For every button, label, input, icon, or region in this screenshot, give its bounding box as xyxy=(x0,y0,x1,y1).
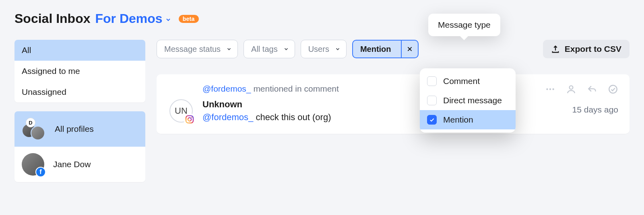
svg-rect-3 xyxy=(186,116,193,123)
check-icon xyxy=(429,117,435,123)
instagram-icon xyxy=(184,114,195,125)
filter-label: Mention xyxy=(360,45,391,54)
chevron-down-icon xyxy=(226,46,232,52)
svg-point-7 xyxy=(549,88,551,90)
sidebar-item-assigned[interactable]: Assigned to me xyxy=(14,61,145,82)
mention-link[interactable]: @fordemos_ xyxy=(202,84,251,93)
dropdown-option-mention[interactable]: Mention xyxy=(420,110,516,129)
svg-point-9 xyxy=(570,86,573,89)
reply-icon[interactable] xyxy=(587,84,597,94)
upload-icon xyxy=(551,45,560,53)
header: Social Inbox For Demos beta xyxy=(0,0,644,30)
option-label: Direct message xyxy=(443,96,502,105)
checkbox[interactable] xyxy=(427,76,437,86)
close-icon xyxy=(407,46,413,52)
option-label: Comment xyxy=(443,76,480,86)
message-body-rest: check this out (org) xyxy=(253,112,331,122)
message-avatar: UN xyxy=(169,99,193,123)
chevron-down-icon xyxy=(165,16,171,23)
message-card[interactable]: UN xyxy=(157,74,630,134)
message-type-tooltip: Message type xyxy=(428,14,500,36)
assign-user-icon[interactable] xyxy=(566,84,576,94)
avatar-badge-letter: D xyxy=(26,118,35,127)
filter-users[interactable]: Users xyxy=(301,40,347,58)
chevron-down-icon xyxy=(335,46,341,52)
page-title: Social Inbox xyxy=(14,11,90,26)
avatar-stack: D xyxy=(22,118,46,140)
svg-point-6 xyxy=(546,88,548,90)
profile-label: All profiles xyxy=(55,124,94,134)
workspace-name: For Demos xyxy=(95,11,162,26)
checkbox[interactable] xyxy=(427,96,437,105)
avatar: f xyxy=(22,153,44,176)
message-actions xyxy=(545,84,618,94)
svg-point-5 xyxy=(191,117,192,118)
mention-link[interactable]: @fordemos_ xyxy=(202,112,253,122)
profile-item-all[interactable]: D All profiles xyxy=(14,111,145,147)
dropdown-option-comment[interactable]: Comment xyxy=(420,72,516,91)
export-csv-button[interactable]: Export to CSV xyxy=(543,40,630,58)
mark-done-icon[interactable] xyxy=(608,84,618,94)
sidebar-profiles-panel: D All profiles f Jane Dow xyxy=(14,111,145,182)
sidebar: All Assigned to me Unassigned D All prof… xyxy=(14,40,145,191)
main: All Assigned to me Unassigned D All prof… xyxy=(0,30,644,191)
dropdown-option-direct-message[interactable]: Direct message xyxy=(420,91,516,110)
profile-label: Jane Dow xyxy=(53,160,91,169)
sidebar-item-all[interactable]: All xyxy=(14,40,145,61)
chevron-down-icon xyxy=(283,46,289,52)
checkbox-checked[interactable] xyxy=(427,115,437,125)
beta-badge: beta xyxy=(179,15,199,23)
filter-label: All tags xyxy=(251,45,278,54)
filter-tags[interactable]: All tags xyxy=(244,40,295,58)
filter-bar: Message status All tags Users Mention xyxy=(157,40,630,58)
message-type-dropdown: Comment Direct message Mention xyxy=(420,68,516,133)
content: Message status All tags Users Mention xyxy=(157,40,630,134)
sidebar-item-unassigned[interactable]: Unassigned xyxy=(14,82,145,102)
facebook-icon: f xyxy=(35,167,46,177)
filter-label: Users xyxy=(308,45,329,54)
svg-point-8 xyxy=(552,88,554,90)
export-label: Export to CSV xyxy=(565,44,621,54)
option-label: Mention xyxy=(443,115,473,125)
filter-label: Message status xyxy=(164,45,221,54)
svg-point-4 xyxy=(188,118,191,121)
filter-message-type[interactable]: Mention xyxy=(352,40,419,58)
message-time: 15 days ago xyxy=(572,105,618,115)
more-icon[interactable] xyxy=(545,84,555,94)
context-suffix: mentioned in comment xyxy=(251,84,339,93)
sidebar-filter-panel: All Assigned to me Unassigned xyxy=(14,40,145,102)
filter-message-status[interactable]: Message status xyxy=(157,40,238,58)
svg-point-10 xyxy=(609,85,617,93)
message-meta: 15 days ago xyxy=(534,84,618,115)
profile-item-jane[interactable]: f Jane Dow xyxy=(14,147,145,182)
clear-message-type[interactable] xyxy=(401,41,418,57)
workspace-selector[interactable]: For Demos xyxy=(95,11,171,26)
